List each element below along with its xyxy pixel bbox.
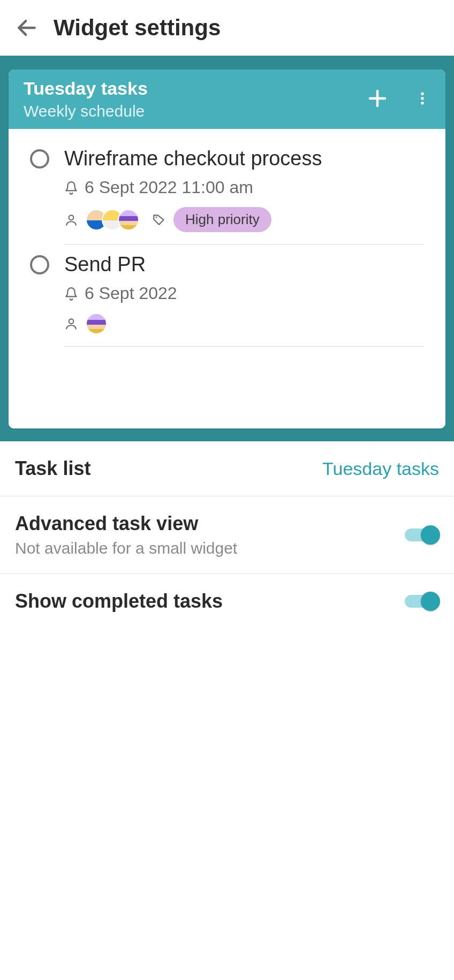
- widget-header-titles: Tuesday tasks Weekly schedule: [24, 78, 148, 120]
- svg-point-7: [156, 216, 157, 218]
- setting-label: Task list: [15, 457, 90, 480]
- bell-icon: [64, 287, 78, 301]
- person-icon: [64, 317, 78, 331]
- back-icon[interactable]: [15, 16, 39, 40]
- checkbox-icon[interactable]: [30, 149, 49, 169]
- toggle-switch[interactable]: [405, 525, 439, 545]
- task-chips-row: [64, 313, 424, 334]
- settings-list: Task list Tuesday tasks Advanced task vi…: [0, 441, 454, 629]
- svg-point-4: [421, 97, 424, 100]
- toggle-switch[interactable]: [405, 592, 439, 611]
- add-icon[interactable]: [366, 87, 389, 112]
- checkbox-icon[interactable]: [30, 255, 49, 274]
- task-row[interactable]: Send PR 6 Sept 2022: [9, 244, 445, 347]
- setting-label: Advanced task view: [15, 512, 237, 535]
- page-title: Widget settings: [54, 15, 221, 41]
- task-datetime-row: 6 Sept 2022 11:00 am: [64, 178, 424, 197]
- tag-icon: [152, 213, 166, 227]
- setting-sublabel: Not available for a small widget: [15, 539, 237, 557]
- svg-point-5: [421, 102, 424, 105]
- assignee-avatars: [86, 313, 107, 334]
- setting-label: Show completed tasks: [15, 590, 223, 612]
- person-icon: [64, 213, 78, 227]
- svg-point-3: [421, 92, 424, 95]
- task-list-preview: Wireframe checkout process 6 Sept 2022 1…: [9, 129, 445, 428]
- avatar: [118, 209, 139, 231]
- svg-point-8: [69, 319, 74, 324]
- setting-advanced-view[interactable]: Advanced task view Not available for a s…: [0, 496, 454, 574]
- bell-icon: [64, 181, 78, 195]
- task-body: Send PR 6 Sept 2022: [64, 253, 424, 347]
- task-datetime: 6 Sept 2022: [85, 284, 177, 303]
- task-chips-row: High priority: [64, 207, 424, 232]
- widget-subtitle: Weekly schedule: [24, 102, 148, 120]
- task-body: Wireframe checkout process 6 Sept 2022 1…: [64, 147, 424, 244]
- widget-preview-container: Tuesday tasks Weekly schedule: [0, 56, 454, 441]
- widget-title: Tuesday tasks: [24, 78, 148, 99]
- task-title: Send PR: [64, 253, 424, 276]
- task-datetime-row: 6 Sept 2022: [64, 284, 424, 303]
- widget-header-actions: [366, 87, 430, 112]
- widget-card: Tuesday tasks Weekly schedule: [9, 70, 445, 428]
- setting-task-list[interactable]: Task list Tuesday tasks: [0, 441, 454, 496]
- setting-value: Tuesday tasks: [322, 458, 439, 479]
- app-bar: Widget settings: [0, 0, 454, 56]
- svg-point-6: [69, 215, 74, 220]
- task-row[interactable]: Wireframe checkout process 6 Sept 2022 1…: [9, 139, 445, 244]
- widget-header: Tuesday tasks Weekly schedule: [9, 70, 445, 129]
- more-icon[interactable]: [414, 87, 430, 112]
- assignee-avatars: [86, 209, 139, 231]
- task-title: Wireframe checkout process: [64, 147, 424, 170]
- priority-chip: High priority: [173, 207, 271, 232]
- avatar: [86, 313, 107, 334]
- task-datetime: 6 Sept 2022 11:00 am: [85, 178, 253, 197]
- setting-show-completed[interactable]: Show completed tasks: [0, 574, 454, 629]
